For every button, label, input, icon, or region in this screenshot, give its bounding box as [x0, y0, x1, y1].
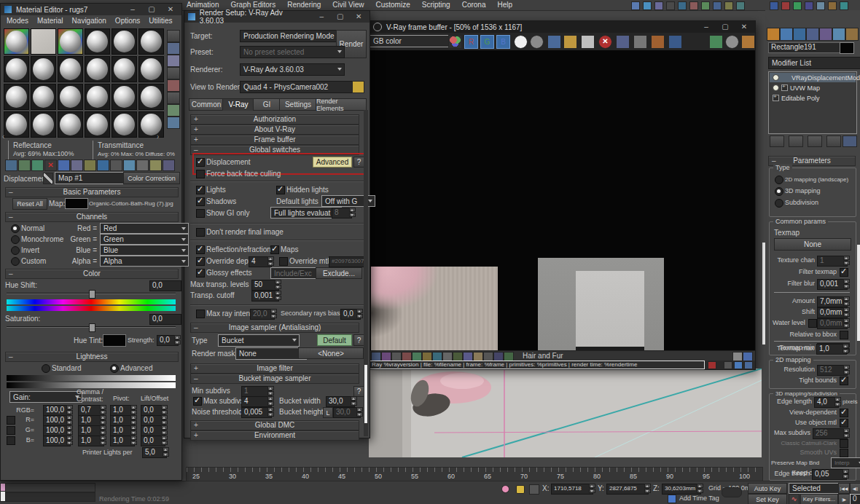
monochrome-icon[interactable] — [530, 35, 544, 49]
render-iterative-icon[interactable] — [806, 28, 819, 41]
scroll-left-arrow[interactable]: ‹ — [2, 132, 4, 141]
lock-view-icon[interactable] — [352, 81, 364, 93]
material-sample-slot[interactable] — [112, 84, 137, 110]
scrollbar-thumb[interactable] — [364, 365, 367, 423]
material-sample-slot[interactable] — [85, 84, 110, 110]
toolbar-icon[interactable] — [805, 1, 813, 10]
override-depth-checkbox[interactable] — [196, 257, 205, 266]
channel-invert-label[interactable]: Invert — [21, 245, 39, 255]
material-id-icon[interactable] — [84, 160, 96, 171]
timeline-ruler[interactable]: 25 30 35 40 45 50 55 60 65 70 75 80 85 9… — [186, 467, 763, 481]
put-to-library-icon[interactable] — [71, 160, 83, 171]
menu-customize[interactable]: Customize — [376, 0, 410, 9]
tab-gi[interactable]: GI — [253, 98, 281, 111]
view-dependent-checkbox[interactable] — [840, 409, 848, 417]
green-channel-dropdown[interactable]: Green — [100, 234, 189, 245]
render-scene-icon[interactable] — [725, 35, 739, 49]
x-spinner[interactable] — [589, 484, 595, 493]
show-gi-only-checkbox[interactable] — [196, 209, 205, 218]
toolbar-icon[interactable] — [770, 1, 778, 10]
secondary-rays-spinner[interactable] — [356, 309, 363, 318]
maximize-icon[interactable]: ▢ — [333, 11, 347, 23]
material-sample-slot[interactable] — [138, 84, 164, 110]
material-sample-slot[interactable] — [4, 28, 29, 55]
select-by-material-icon[interactable] — [167, 117, 180, 129]
shift-spinner[interactable] — [843, 307, 850, 317]
material-sample-slot[interactable] — [31, 111, 56, 138]
override-mtl-checkbox[interactable] — [279, 257, 288, 266]
override-depth-spinner[interactable] — [267, 256, 274, 266]
load-image-icon[interactable] — [563, 35, 577, 49]
duplicate-to-host-icon[interactable] — [616, 35, 630, 49]
slider-thumb[interactable] — [89, 323, 95, 332]
filter-texmap-checkbox[interactable] — [840, 268, 848, 277]
min-subdivs-spinner[interactable] — [267, 386, 274, 395]
texture-chan-spinner[interactable] — [843, 256, 850, 265]
material-sample-slot[interactable] — [4, 56, 29, 82]
material-sample-slot[interactable] — [4, 111, 29, 138]
saturation-slider[interactable] — [7, 323, 176, 331]
material-sample-slot[interactable] — [31, 56, 56, 82]
radio-3d-mapping[interactable] — [775, 187, 783, 196]
about-vray-rollout[interactable]: About V-Ray — [190, 125, 359, 135]
render-production-icon[interactable] — [793, 28, 806, 41]
maxscript-mini-listener[interactable] — [5, 483, 95, 492]
edge-thresh-spinner[interactable] — [843, 469, 849, 479]
bucket-height-spinner[interactable] — [356, 407, 363, 417]
reset-map-icon[interactable]: ✕ — [44, 160, 57, 171]
radio-subdivision[interactable] — [775, 199, 783, 208]
shadows-checkbox[interactable] — [196, 197, 205, 206]
channel-select-dropdown[interactable]: GB color — [370, 35, 456, 47]
lights-checkbox[interactable] — [196, 186, 205, 194]
lightness-advanced-radio[interactable] — [110, 364, 119, 373]
channels-rollout[interactable]: Channels — [5, 212, 179, 222]
sampler-default-button[interactable]: Default — [317, 334, 352, 346]
texmap-max-spinner[interactable] — [843, 344, 849, 353]
max-subdivs-label[interactable]: Max subdivs — [203, 396, 244, 406]
backlight-icon[interactable] — [167, 42, 180, 55]
type-2d-label[interactable]: 2D mapping (landscape) — [785, 175, 848, 184]
stamp-text-box[interactable]: Ray %vrayversion | file: %filename | fra… — [370, 361, 705, 369]
stamp-icon[interactable] — [744, 361, 753, 369]
rgb-pivot-spinner[interactable] — [130, 405, 137, 414]
amount-spinner[interactable] — [843, 296, 850, 306]
y-coordinate-field[interactable]: 2827,6875 — [606, 484, 649, 495]
material-sample-slot[interactable] — [85, 111, 110, 138]
b-gain-spinner[interactable] — [66, 436, 73, 445]
material-sample-slot[interactable] — [112, 111, 137, 138]
render-setup-icon[interactable] — [767, 28, 780, 41]
rgb-lift-spinner[interactable] — [161, 405, 168, 414]
max-transp-spinner[interactable] — [275, 280, 281, 289]
lightness-standard-label[interactable]: Standard — [52, 363, 82, 373]
render-setup-scrollbar[interactable] — [364, 110, 368, 436]
environment-rollout[interactable]: Environment — [190, 430, 359, 441]
get-material-icon[interactable] — [5, 160, 17, 171]
toolbar-icon[interactable] — [666, 1, 675, 10]
reset-all-button[interactable]: Reset All — [12, 198, 47, 210]
material-sample-slot[interactable] — [112, 28, 137, 55]
me-menu-navigation[interactable]: Navigation — [72, 17, 106, 25]
filter-blur-spinner[interactable] — [843, 279, 850, 288]
r-gain-spinner[interactable] — [66, 415, 73, 425]
expand-icon[interactable] — [773, 95, 779, 101]
hidden-lights-checkbox[interactable] — [276, 186, 285, 194]
red-channel-dropdown[interactable]: Red — [100, 223, 189, 234]
curve-editor-icon[interactable] — [845, 28, 859, 41]
frame-buffer-rollout[interactable]: Frame buffer — [190, 135, 359, 145]
material-sample-slot[interactable] — [85, 28, 110, 55]
dont-render-label[interactable]: Don't render final image — [206, 227, 284, 237]
override-mtl-field[interactable]: #2097630072 — [329, 256, 368, 267]
slider-thumb[interactable] — [89, 290, 95, 299]
sample-type-icon[interactable] — [167, 30, 180, 42]
save-image-icon[interactable] — [547, 35, 561, 49]
material-sample-slot[interactable] — [31, 84, 56, 110]
toolbar-icon[interactable] — [840, 1, 848, 10]
me-menu-options[interactable]: Options — [115, 17, 140, 25]
toolbar-icon[interactable] — [713, 1, 722, 10]
channel-custom-radio[interactable] — [11, 257, 20, 266]
target-dropdown[interactable]: Production Rendering Mode — [240, 30, 345, 42]
vfb-image-area[interactable] — [370, 50, 755, 350]
color-rollout[interactable]: Color — [5, 269, 179, 279]
key-selection-dropdown[interactable]: Selected — [789, 483, 845, 494]
blue-channel-button[interactable]: B — [496, 35, 510, 49]
